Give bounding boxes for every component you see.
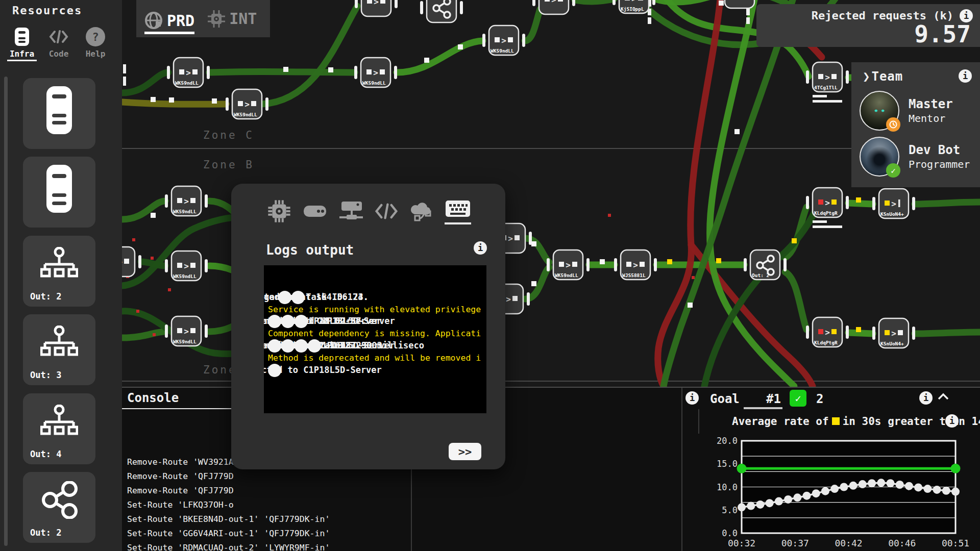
info-icon[interactable]: i <box>474 241 487 255</box>
resource-card-server[interactable] <box>23 157 95 228</box>
network-node-share[interactable]: Out: 2 <box>744 250 787 280</box>
node-output-square <box>124 259 129 264</box>
goal-tab-1[interactable]: #1 <box>766 392 781 406</box>
network-node[interactable]: >WK59ndLL <box>354 58 397 87</box>
goal-tab-2[interactable]: 2 <box>816 392 823 406</box>
node-arrow: > <box>633 260 638 270</box>
node-port-in <box>420 1 423 14</box>
memory-icon[interactable] <box>302 198 328 224</box>
resource-card-splitter[interactable]: Out: 3 <box>23 314 95 385</box>
cloud-icon[interactable] <box>409 198 435 224</box>
node-arrow: > <box>891 329 896 338</box>
node-input-square <box>177 263 182 268</box>
chevron-up-icon[interactable] <box>938 393 949 400</box>
node-label: WK59ndLL <box>491 48 514 54</box>
keyboard-icon[interactable] <box>445 198 471 224</box>
network-node[interactable]: >WJS5881L <box>614 250 657 280</box>
network-node[interactable]: >4TCg1TlL <box>806 62 849 103</box>
data-point <box>859 480 867 488</box>
node-port-out <box>654 258 657 271</box>
node-output-square <box>190 328 195 333</box>
network-node[interactable]: >WK59ndLL <box>482 26 525 55</box>
logs-modal: Logs output i User bob logged in at 164.… <box>231 184 505 469</box>
data-point <box>933 486 941 494</box>
node-input-square <box>367 0 372 4</box>
node-arrow: > <box>825 72 830 82</box>
node-port-out <box>529 232 532 245</box>
chip-icon <box>208 10 225 28</box>
network-node[interactable]: >WK59ndLL <box>547 250 590 280</box>
node-output-square <box>192 69 198 74</box>
node-port-in <box>354 66 357 79</box>
node-output-square <box>514 235 520 240</box>
tab-int[interactable]: INT <box>208 10 257 28</box>
node-input-square <box>545 0 550 2</box>
share-icon <box>23 481 95 519</box>
network-node[interactable]: >WK59ndLL <box>167 58 210 87</box>
node-arrow: > <box>373 68 378 78</box>
data-point <box>821 487 829 495</box>
node-port-out <box>846 70 849 84</box>
node-input-square <box>885 330 890 335</box>
network-node[interactable]: >WK59ndLL <box>165 251 208 281</box>
node-output-square <box>638 0 643 1</box>
node-port-out <box>205 259 208 272</box>
data-point <box>914 483 922 491</box>
tab-prd[interactable]: PRD <box>144 11 194 34</box>
node-label: WK59ndLL <box>173 273 197 279</box>
member-role: Mentor <box>909 112 945 124</box>
packet <box>856 197 861 203</box>
packet <box>600 259 605 264</box>
info-icon[interactable]: i <box>919 391 933 405</box>
y-tick-label: 20.0 <box>717 436 738 446</box>
node-output-square <box>572 262 577 267</box>
resource-card-share[interactable]: Out: 2 <box>23 472 95 543</box>
tab-code[interactable]: Code <box>44 27 74 59</box>
node-port-out <box>912 327 915 340</box>
network-node[interactable]: >KLdqPtgR <box>806 317 849 347</box>
data-point <box>812 489 820 497</box>
logs-output[interactable]: User bob logged in at 164.56174.C1P-t st… <box>264 265 486 413</box>
team-member[interactable]: ✓ Dev Bot Programmer <box>860 137 972 179</box>
team-header[interactable]: ❯Team <box>863 69 903 84</box>
info-icon[interactable]: i <box>685 391 699 405</box>
resource-card-server[interactable] <box>23 78 95 149</box>
network-node[interactable]: >KSnUoN4+ <box>872 318 915 348</box>
x-tick-label: 00:51 <box>942 538 969 548</box>
network-node[interactable]: > <box>355 0 398 16</box>
network-node-share[interactable] <box>420 0 463 22</box>
network-node[interactable]: >KSnUoN4+ <box>872 189 915 218</box>
node-arrow: > <box>244 99 250 109</box>
resources-title: Resources <box>12 4 82 17</box>
network-node[interactable]: >WK59ndLL <box>226 89 268 119</box>
node-input-square <box>177 328 182 333</box>
node-output-square <box>831 329 837 334</box>
next-page-button[interactable]: >> <box>449 443 481 460</box>
node-port-in <box>547 258 550 271</box>
tab-infra[interactable]: Infra <box>7 27 37 61</box>
tab-help[interactable]: ? Help <box>81 27 110 59</box>
y-tick-label: 15.0 <box>717 459 738 469</box>
network-node[interactable]: >WK59ndLL <box>165 186 208 216</box>
resource-card-splitter[interactable]: Out: 4 <box>23 393 95 464</box>
chat-messages[interactable]: Master>All zones function normalizedMast… <box>416 523 599 551</box>
network-node[interactable]: >WK59ndLL <box>165 316 208 346</box>
team-member[interactable]: Master Mentor <box>860 91 972 133</box>
info-icon[interactable]: i <box>959 69 972 83</box>
data-point <box>877 479 885 487</box>
chip-icon[interactable] <box>266 198 292 224</box>
node-label: KLdqPtgR <box>814 340 838 345</box>
server-icon <box>23 164 95 214</box>
code-icon[interactable] <box>373 198 400 224</box>
node-arrow: > <box>508 234 513 243</box>
node-output-square <box>831 74 837 79</box>
sidebar-scrollbar[interactable] <box>4 77 8 546</box>
resource-card-splitter[interactable]: Out: 2 <box>23 236 95 307</box>
data-point <box>784 495 792 504</box>
node-port-out <box>846 325 849 339</box>
server-network-icon[interactable] <box>337 198 364 224</box>
packet <box>151 213 156 218</box>
node-output-square <box>898 330 903 335</box>
splitter-icon <box>23 325 95 357</box>
member-role: Programmer <box>909 158 970 170</box>
